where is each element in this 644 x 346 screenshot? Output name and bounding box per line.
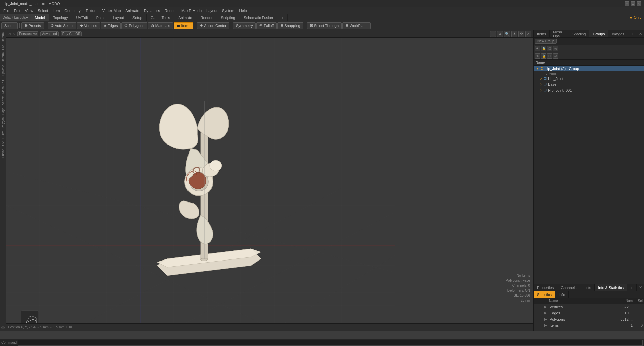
advanced-button[interactable]: Advanced <box>40 31 58 36</box>
stats-edges-plus[interactable]: + <box>535 311 540 315</box>
stats-row-vertices[interactable]: + − ▶ Vertices 5322 ... <box>534 304 644 310</box>
tab-items[interactable]: Items <box>534 30 550 37</box>
items-button[interactable]: ☰Items <box>174 22 193 29</box>
menu-item[interactable]: Item <box>51 8 62 13</box>
groups-tree[interactable]: ▼ ⊙ Hip_Joint (2) : Group 3 Items ▷ ⊡ Hi… <box>534 66 644 284</box>
sidebar-deform2[interactable]: Deform <box>1 51 5 64</box>
menu-help[interactable]: Help <box>237 8 249 13</box>
presets-button[interactable]: ⊕Presets <box>21 22 44 29</box>
presets-dropdown[interactable]: Default Layouts ▾ <box>0 14 31 21</box>
tab-scripting[interactable]: Scripting <box>217 14 240 21</box>
tab-topology[interactable]: Topology <box>49 14 72 21</box>
info-panel-close[interactable]: ✕ <box>637 284 644 291</box>
raygl-button[interactable]: Ray GL: Off <box>61 31 82 36</box>
sidebar-duplicate[interactable]: Duplicate <box>1 64 5 79</box>
group-visibility2-icon[interactable]: ☐ <box>547 53 552 59</box>
menu-vertex-map[interactable]: Vertex Map <box>100 8 123 13</box>
only-button[interactable]: ★ Only <box>627 14 644 21</box>
menu-render[interactable]: Render <box>163 8 179 13</box>
tab-add[interactable]: + <box>277 14 288 21</box>
close-button[interactable]: ✕ <box>637 1 641 6</box>
tab-model[interactable]: Model <box>31 14 49 21</box>
viewport-nav-prev[interactable]: ◁ <box>8 32 11 36</box>
sidebar-mesh-edit[interactable]: Mesh Edit <box>1 79 5 95</box>
restore-button[interactable]: □ <box>631 1 635 6</box>
sidebar-fusion[interactable]: Fusion <box>1 147 5 159</box>
group-render2-icon[interactable]: ◎ <box>553 53 558 59</box>
group-lock-icon[interactable]: 🔒 <box>541 46 546 51</box>
stats-row-polygons[interactable]: + − ▶ Polygons 5312 ... <box>534 316 644 322</box>
tab-properties[interactable]: Properties <box>534 284 557 291</box>
group-eye2-icon[interactable]: 👁 <box>535 53 540 59</box>
stats-row-items[interactable]: + − ▶ Items 1 0 <box>534 322 644 328</box>
tab-groups[interactable]: Groups <box>589 30 608 37</box>
tab-game-tools[interactable]: Game Tools <box>147 14 175 21</box>
menu-maxtomodo[interactable]: MaxToModo <box>179 8 204 13</box>
group-lock2-icon[interactable]: 🔒 <box>541 53 546 59</box>
vertices-button[interactable]: ◆Vertices <box>77 22 100 29</box>
tab-render[interactable]: Render <box>196 14 217 21</box>
tab-schematic-fusion[interactable]: Schematic Fusion <box>239 14 277 21</box>
panel-close-button[interactable]: ✕ <box>637 30 644 37</box>
sidebar-mini-button[interactable] <box>1 326 5 329</box>
viewport-layout-icon[interactable]: ⊞ <box>490 31 496 37</box>
workplane-button[interactable]: ⊟WorkPlane <box>342 22 371 29</box>
stats-row-edges[interactable]: + − ▶ Edges 10 ... ... <box>534 310 644 316</box>
sub-tab-statistics[interactable]: Statistics <box>534 291 555 298</box>
menu-layout[interactable]: Layout <box>204 8 219 13</box>
viewport-canvas[interactable]: P No Items Polygons : Face Channels: 0 D… <box>6 38 533 323</box>
sidebar-deform[interactable]: Deform <box>1 31 5 44</box>
polygons-button[interactable]: ⬡Polygons <box>121 22 147 29</box>
group-visibility-icon[interactable]: ☐ <box>547 46 552 51</box>
menu-animate[interactable]: Animate <box>123 8 141 13</box>
tab-info-statistics[interactable]: Info & Statistics <box>595 284 627 291</box>
new-group-button[interactable]: New Group <box>535 39 557 44</box>
stats-edges-arrow[interactable]: ▶ <box>544 311 548 315</box>
menu-select[interactable]: Select <box>36 8 50 13</box>
menu-file[interactable]: File <box>1 8 11 13</box>
menu-system[interactable]: System <box>220 8 236 13</box>
edges-button[interactable]: ◈Edges <box>101 22 121 29</box>
stats-polygons-arrow[interactable]: ▶ <box>544 317 548 321</box>
tab-uvedit[interactable]: UVEdit <box>72 14 92 21</box>
tab-paint[interactable]: Paint <box>92 14 109 21</box>
select-through-button[interactable]: ⊡Select Through <box>307 22 342 29</box>
viewport-settings-icon[interactable]: ⚙ <box>518 31 524 37</box>
tab-animate[interactable]: Animate <box>174 14 196 21</box>
stats-polygons-minus[interactable]: − <box>540 317 544 321</box>
command-input[interactable] <box>18 340 643 346</box>
menu-dynamics[interactable]: Dynamics <box>142 8 162 13</box>
tab-images[interactable]: Images <box>608 30 628 37</box>
stats-items-arrow[interactable]: ▶ <box>544 323 548 327</box>
menu-geometry[interactable]: Geometry <box>62 8 83 13</box>
perspective-button[interactable]: Perspective <box>17 31 38 36</box>
tree-item-hip-joint[interactable]: ▷ ⊡ Hip_Joint <box>538 76 644 81</box>
viewport-close-icon[interactable]: ✕ <box>525 31 531 37</box>
group-eye-icon[interactable]: 👁 <box>535 46 540 51</box>
tab-layout[interactable]: Layout <box>109 14 128 21</box>
tree-item-hip-joint-group[interactable]: ▼ ⊙ Hip_Joint (2) : Group <box>534 66 644 71</box>
tab-lists[interactable]: Lists <box>580 284 595 291</box>
menu-texture[interactable]: Texture <box>84 8 100 13</box>
viewport-zoom-icon[interactable]: 🔍 <box>504 31 510 37</box>
tab-mesh-ops[interactable]: Mesh Ops <box>550 30 569 37</box>
materials-button[interactable]: ◑Materials <box>148 22 173 29</box>
viewport-light-icon[interactable]: ☀ <box>511 31 517 37</box>
stats-items-minus[interactable]: − <box>540 323 544 327</box>
auto-select-button[interactable]: ⊙Auto Select <box>48 22 76 29</box>
tab-add-panel[interactable]: + <box>628 30 637 37</box>
tree-item-base[interactable]: ▷ ⊡ Base <box>538 81 644 87</box>
sub-tab-info[interactable]: Info <box>555 291 569 298</box>
stats-vertices-minus[interactable]: − <box>540 305 544 309</box>
stats-vertices-arrow[interactable]: ▶ <box>544 305 548 309</box>
tab-channels[interactable]: Channels <box>557 284 580 291</box>
menu-edit[interactable]: Edit <box>12 8 22 13</box>
stats-items-plus[interactable]: + <box>535 323 540 327</box>
stats-vertices-plus[interactable]: + <box>535 305 540 309</box>
stats-edges-minus[interactable]: − <box>540 311 544 315</box>
sidebar-edge[interactable]: Edge <box>1 106 5 116</box>
viewport-reset-icon[interactable]: ↺ <box>497 31 503 37</box>
group-render-icon[interactable]: ◎ <box>553 46 558 51</box>
sidebar-polygon[interactable]: Polygon <box>1 116 5 130</box>
sidebar-curve[interactable]: Curve <box>1 129 5 140</box>
